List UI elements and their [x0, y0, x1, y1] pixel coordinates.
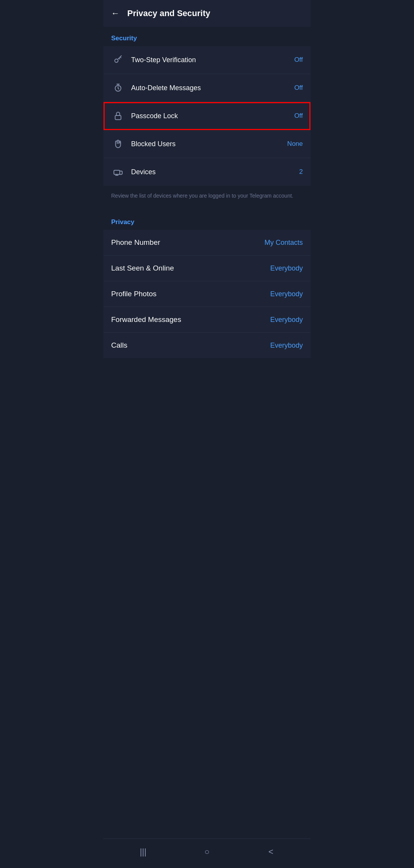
passcode-lock-label: Passcode Lock — [131, 112, 291, 120]
profile-photos-value: Everybody — [270, 290, 303, 298]
svg-point-0 — [115, 59, 118, 63]
recent-apps-button[interactable]: ||| — [134, 845, 152, 859]
last-seen-online-item[interactable]: Last Seen & Online Everybody — [104, 256, 310, 281]
devices-item[interactable]: Devices 2 — [104, 158, 310, 186]
blocked-users-label: Blocked Users — [131, 140, 283, 148]
home-button[interactable]: ○ — [198, 845, 216, 859]
devices-description: Review the list of devices where you are… — [104, 186, 310, 208]
blocked-users-value: None — [287, 140, 303, 148]
auto-delete-messages-value: Off — [294, 84, 303, 92]
auto-delete-messages-item[interactable]: Auto-Delete Messages Off — [104, 74, 310, 102]
section-gap — [104, 208, 310, 211]
security-section-header: Security — [104, 27, 310, 46]
forwarded-messages-label: Forwarded Messages — [111, 315, 266, 324]
devices-value: 2 — [299, 168, 303, 176]
phone-number-item[interactable]: Phone Number My Contacts — [104, 230, 310, 256]
devices-label: Devices — [131, 168, 296, 176]
privacy-items: Phone Number My Contacts Last Seen & Onl… — [104, 230, 310, 358]
passcode-lock-item[interactable]: Passcode Lock Off — [104, 102, 310, 130]
two-step-verification-label: Two-Step Verification — [131, 56, 291, 64]
two-step-verification-value: Off — [294, 56, 303, 64]
bottom-navigation: ||| ○ < — [104, 838, 310, 868]
timer-icon — [111, 81, 125, 95]
svg-rect-2 — [115, 116, 121, 120]
phone-number-label: Phone Number — [111, 238, 261, 247]
privacy-section-header: Privacy — [104, 211, 310, 230]
profile-photos-item[interactable]: Profile Photos Everybody — [104, 281, 310, 307]
header: ← Privacy and Security — [104, 0, 310, 27]
key-icon — [111, 53, 125, 67]
calls-label: Calls — [111, 341, 266, 350]
back-button[interactable]: ← — [111, 9, 120, 18]
passcode-lock-value: Off — [294, 112, 303, 120]
hand-icon — [111, 137, 125, 151]
calls-value: Everybody — [270, 342, 303, 350]
lock-icon — [111, 109, 125, 123]
security-items: Two-Step Verification Off Auto-Delete Me… — [104, 46, 310, 186]
profile-photos-label: Profile Photos — [111, 290, 266, 298]
security-section: Security Two-Step Verification Off — [104, 27, 310, 186]
two-step-verification-item[interactable]: Two-Step Verification Off — [104, 46, 310, 74]
calls-item[interactable]: Calls Everybody — [104, 333, 310, 358]
devices-icon — [111, 165, 125, 179]
auto-delete-messages-label: Auto-Delete Messages — [131, 84, 291, 92]
svg-rect-3 — [114, 170, 120, 175]
last-seen-online-value: Everybody — [270, 264, 303, 272]
page-title: Privacy and Security — [127, 8, 210, 18]
last-seen-online-label: Last Seen & Online — [111, 264, 266, 272]
privacy-section: Privacy Phone Number My Contacts Last Se… — [104, 211, 310, 358]
forwarded-messages-value: Everybody — [270, 316, 303, 324]
back-nav-button[interactable]: < — [262, 845, 280, 859]
phone-number-value: My Contacts — [264, 239, 303, 247]
forwarded-messages-item[interactable]: Forwarded Messages Everybody — [104, 307, 310, 333]
blocked-users-item[interactable]: Blocked Users None — [104, 130, 310, 158]
